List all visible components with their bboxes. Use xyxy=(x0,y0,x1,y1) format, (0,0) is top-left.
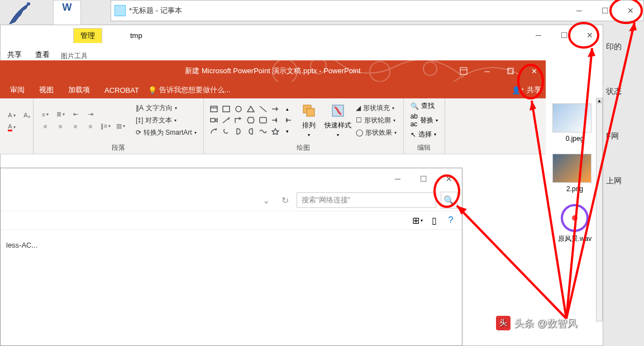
watermark: 头 头条 @数智风 xyxy=(496,316,577,330)
arrange-button[interactable]: 排列▾ xyxy=(295,103,322,138)
decrease-indent-button[interactable]: ⇤ xyxy=(68,109,83,120)
notepad-minimize-button[interactable]: ─ xyxy=(566,1,592,21)
network-adapter-item[interactable]: less-AC... xyxy=(6,241,37,249)
ppt-tab-review[interactable]: 审阅 xyxy=(4,83,30,97)
lightbulb-icon: 💡 xyxy=(148,86,157,94)
shape-fill-button[interactable]: ◢形状填充▾ xyxy=(354,102,399,114)
notepad-close-button[interactable]: ✕ xyxy=(618,1,643,21)
cursor-icon: ↖ xyxy=(411,131,416,139)
file-item-jpeg[interactable]: 0.jpeg xyxy=(552,103,597,143)
audio-icon xyxy=(561,204,589,232)
toutiao-icon: 头 xyxy=(496,316,511,330)
powerpoint-window: 新建 Microsoft PowerPoint 演示文稿.pptx - Powe… xyxy=(0,60,546,164)
align-center-button[interactable]: ≡ xyxy=(53,121,68,132)
change-case-button[interactable]: Aₐ xyxy=(20,110,34,121)
search-icon: 🔍 xyxy=(443,195,455,206)
shape-effects-button[interactable]: ◯形状效果▾ xyxy=(354,127,399,139)
search-icon: 🔍 xyxy=(411,102,419,110)
search-input[interactable]: 搜索"网络连接" xyxy=(297,192,436,208)
explorer-ribbon-tab[interactable]: 管理 xyxy=(73,28,102,43)
help-button[interactable]: ? xyxy=(444,214,457,227)
desktop-quill-icon[interactable] xyxy=(0,0,39,28)
select-button[interactable]: ↖选择▾ xyxy=(408,129,440,140)
outline-icon: ☐ xyxy=(356,116,362,124)
svg-rect-9 xyxy=(223,106,230,112)
share-person-icon: 👤⁺ xyxy=(512,86,524,94)
notepad-maximize-button[interactable]: ☐ xyxy=(592,1,618,21)
explorer-title: tmp xyxy=(130,31,142,40)
svg-point-4 xyxy=(423,62,437,75)
preview-pane-button[interactable]: ▯ xyxy=(427,214,441,227)
ribbon-group-paragraph: 段落 xyxy=(34,142,203,154)
quick-styles-button[interactable]: 快速样式▾ xyxy=(325,103,351,138)
network-minimize-button[interactable]: ─ xyxy=(385,169,411,189)
effects-icon: ◯ xyxy=(356,129,363,136)
align-right-button[interactable]: ≡ xyxy=(68,121,83,132)
svg-marker-21 xyxy=(629,22,637,31)
ppt-tell-me[interactable]: 💡 告诉我您想要做什么... xyxy=(148,85,231,95)
justify-button[interactable]: ≡ xyxy=(83,121,98,132)
notepad-window: *无标题 - 记事本 ─ ☐ ✕ xyxy=(111,0,644,21)
fill-icon: ◢ xyxy=(356,104,361,112)
network-window: ─ ☐ ✕ ⌄ ↻ 搜索"网络连接" 🔍 ⊞ ▯ ? less-AC... xyxy=(0,168,462,346)
increase-indent-button[interactable]: ⇥ xyxy=(83,109,98,120)
explorer-minimize-button[interactable]: ─ xyxy=(526,25,551,45)
ppt-tab-acrobat[interactable]: ACROBAT xyxy=(99,84,145,97)
image-thumbnail-icon xyxy=(552,154,591,183)
align-text-icon: [‡] xyxy=(136,116,143,124)
shapes-gallery[interactable]: ▴ ▾ xyxy=(208,104,293,136)
notepad-title: *无标题 - 记事本 xyxy=(129,6,566,16)
ribbon-group-editing: 编辑 xyxy=(404,142,445,154)
network-maximize-button[interactable]: ☐ xyxy=(411,169,436,189)
text-direction-button[interactable]: ‖A文字方向▾ xyxy=(133,102,199,114)
ppt-share-button[interactable]: 👤⁺ 共享 xyxy=(512,85,541,95)
refresh-button[interactable]: ↻ xyxy=(278,193,292,207)
convert-smartart-button[interactable]: ⟳转换为 SmartArt▾ xyxy=(133,127,199,139)
svg-rect-14 xyxy=(307,108,314,116)
svg-point-0 xyxy=(27,2,30,6)
ppt-ribbon: AAₐ A ≡ ≣ ⇤ ⇥ ≡ ≡ ≡ xyxy=(0,98,546,154)
cutoff-label: 印的 xyxy=(606,42,622,52)
network-close-button[interactable]: ✕ xyxy=(436,169,462,189)
ribbon-group-drawing: 绘图 xyxy=(204,142,403,154)
bullets-button[interactable]: ≡ xyxy=(38,109,53,120)
explorer-close-button[interactable]: ✕ xyxy=(577,25,603,45)
cutoff-label: 上网 xyxy=(606,176,622,186)
columns-button[interactable]: ▥ xyxy=(113,121,128,132)
image-thumbnail-icon xyxy=(552,103,591,132)
font-size-grow-button[interactable]: A xyxy=(4,110,19,121)
file-item-png[interactable]: 2.png xyxy=(552,154,597,193)
align-left-button[interactable]: ≡ xyxy=(38,121,53,132)
file-item-wav[interactable]: 原风景.wav xyxy=(552,204,597,244)
addr-dropdown-button[interactable]: ⌄ xyxy=(259,193,273,207)
cutoff-label: 状态 xyxy=(606,87,622,97)
ppt-title: 新建 Microsoft PowerPoint 演示文稿.pptx - Powe… xyxy=(185,66,360,76)
smartart-icon: ⟳ xyxy=(136,129,141,136)
text-direction-icon: ‖A xyxy=(136,104,144,112)
svg-point-10 xyxy=(236,106,241,112)
ppt-tab-addins[interactable]: 加载项 xyxy=(63,83,96,97)
desktop-word-icon[interactable]: W xyxy=(53,0,81,28)
explorer-maximize-button[interactable]: ☐ xyxy=(551,25,577,45)
notepad-icon xyxy=(115,5,126,16)
ppt-tab-view[interactable]: 视图 xyxy=(34,83,59,97)
explorer-scrollbar[interactable]: ▲ xyxy=(596,98,603,321)
view-options-button[interactable]: ⊞ xyxy=(411,214,424,227)
svg-rect-8 xyxy=(211,106,217,112)
font-color-button[interactable]: A xyxy=(4,121,19,132)
cutoff-label: F网 xyxy=(606,131,619,141)
search-button[interactable]: 🔍 xyxy=(441,192,457,208)
svg-rect-12 xyxy=(260,117,266,123)
numbering-button[interactable]: ≣ xyxy=(53,109,68,120)
replace-button[interactable]: abac替换▾ xyxy=(408,112,440,129)
find-button[interactable]: 🔍查找 xyxy=(408,101,440,111)
align-text-button[interactable]: [‡]对齐文本▾ xyxy=(133,115,199,126)
line-spacing-button[interactable]: ‖≡ xyxy=(98,121,113,132)
replace-icon: abac xyxy=(411,112,418,128)
shape-outline-button[interactable]: ☐形状轮廓▾ xyxy=(354,115,399,126)
